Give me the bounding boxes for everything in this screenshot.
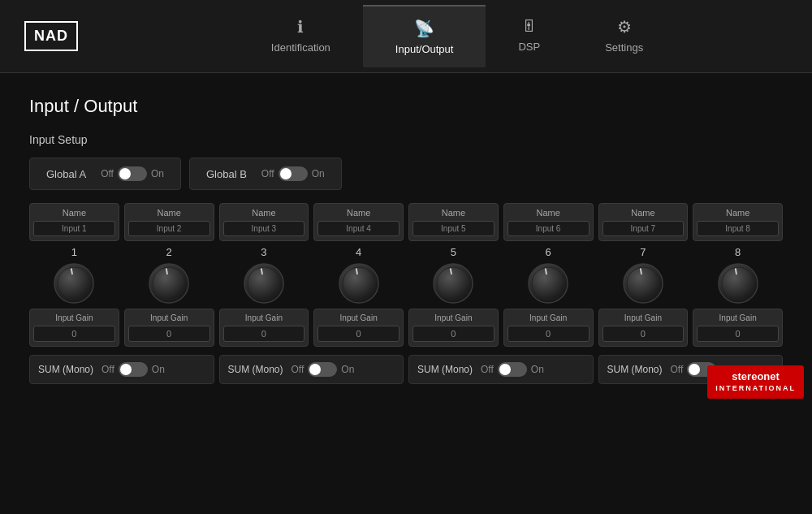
global-b-toggle[interactable]: [279, 166, 308, 181]
svg-point-12: [434, 264, 473, 303]
channel-col-5: Name 5 Input Gain 0: [408, 203, 499, 347]
channels-grid: Name 1 Input Gain 0 Na: [29, 203, 783, 347]
global-toggles: Global A Off On Global B Off On: [29, 158, 783, 190]
name-input-3[interactable]: [223, 221, 305, 236]
name-label-4: Name: [317, 208, 400, 218]
name-input-4[interactable]: [317, 221, 400, 236]
name-label-1: Name: [33, 208, 115, 218]
sum-mono-knob-1: [120, 364, 132, 375]
sum-mono-box-1: SUM (Mono) Off On: [29, 355, 214, 384]
name-block-5: Name: [408, 203, 499, 241]
gain-value-6: 0: [508, 326, 590, 342]
logo-text: NAD: [34, 28, 68, 44]
svg-point-15: [529, 264, 568, 303]
knob-container-2[interactable]: [147, 261, 191, 305]
svg-line-23: [735, 269, 736, 274]
sum-on-1: On: [152, 364, 165, 375]
tab-dsp[interactable]: 🎚 DSP: [486, 5, 572, 67]
sum-off-2: Off: [292, 364, 304, 375]
sum-mono-toggle-1[interactable]: [119, 362, 148, 377]
identification-icon: ℹ: [297, 17, 304, 37]
sum-mono-toggle-group-2: Off On: [292, 362, 355, 377]
svg-line-8: [261, 269, 262, 274]
name-input-2[interactable]: [128, 221, 210, 236]
channel-number-4: 4: [356, 246, 361, 258]
channel-col-7: Name 7 Input Gain 0: [598, 203, 689, 347]
nav-tabs: ℹ Identification 📡 Input/Output 🎚 DSP ⚙ …: [127, 5, 788, 67]
knob-container-6[interactable]: [526, 261, 570, 305]
sum-mono-toggle-2[interactable]: [308, 362, 337, 377]
name-input-5[interactable]: [412, 221, 495, 236]
gain-value-2: 0: [128, 326, 210, 342]
svg-line-20: [641, 269, 641, 274]
knob-container-5[interactable]: [431, 261, 475, 305]
gain-value-5: 0: [412, 326, 495, 342]
knob-container-7[interactable]: [621, 261, 665, 305]
svg-point-18: [624, 264, 663, 303]
sum-off-3: Off: [481, 364, 494, 375]
tab-settings-label: Settings: [605, 41, 643, 54]
name-input-7[interactable]: [603, 221, 685, 236]
name-label-8: Name: [697, 208, 779, 218]
global-a-toggle-group: Off On: [101, 166, 164, 181]
tab-input-output-label: Input/Output: [395, 43, 454, 55]
global-b-label: Global B: [206, 168, 247, 180]
gain-block-3: Input Gain 0: [219, 309, 309, 347]
gain-label-7: Input Gain: [603, 313, 685, 322]
channel-col-2: Name 2 Input Gain 0: [124, 203, 214, 347]
global-a-toggle[interactable]: [118, 166, 147, 181]
content-area: Input / Output Input Setup Global A Off …: [0, 73, 812, 407]
global-b-off-label: Off: [261, 168, 274, 179]
gain-block-6: Input Gain 0: [503, 309, 594, 347]
dsp-icon: 🎚: [521, 17, 538, 36]
global-a-knob: [119, 168, 131, 179]
global-a-box: Global A Off On: [29, 158, 181, 190]
sum-mono-toggle-3[interactable]: [498, 362, 527, 377]
channel-number-1: 1: [71, 246, 77, 258]
gain-value-8: 0: [697, 326, 779, 342]
tab-input-output[interactable]: 📡 Input/Output: [363, 5, 486, 67]
knob-container-3[interactable]: [242, 261, 286, 305]
settings-icon: ⚙: [617, 17, 632, 37]
svg-line-5: [166, 269, 167, 274]
tab-settings[interactable]: ⚙ Settings: [572, 5, 676, 67]
global-a-off-label: Off: [101, 168, 114, 179]
gain-label-3: Input Gain: [223, 313, 305, 322]
section-title: Input Setup: [29, 133, 783, 146]
sum-mono-label-3: SUM (Mono): [417, 364, 473, 375]
knob-container-1[interactable]: [52, 261, 96, 305]
svg-line-17: [546, 269, 546, 274]
sum-off-1: Off: [102, 364, 114, 375]
global-b-knob: [280, 168, 292, 179]
gain-label-2: Input Gain: [128, 313, 210, 322]
svg-point-0: [54, 264, 93, 303]
name-label-3: Name: [223, 208, 305, 218]
tab-identification-label: Identification: [271, 41, 330, 54]
stereonet-sub: INTERNATIONAL: [715, 384, 796, 394]
gain-label-8: Input Gain: [697, 313, 779, 322]
knob-svg-8: [716, 261, 760, 305]
channel-number-5: 5: [451, 246, 456, 258]
channel-col-3: Name 3 Input Gain 0: [219, 203, 309, 347]
sum-on-2: On: [341, 364, 354, 375]
channel-col-8: Name 8 Input Gain 0: [693, 203, 783, 347]
sum-mono-knob-4: [689, 364, 700, 375]
svg-point-3: [149, 264, 188, 303]
tab-dsp-label: DSP: [518, 41, 540, 53]
svg-line-11: [356, 269, 356, 274]
tab-identification[interactable]: ℹ Identification: [239, 5, 363, 67]
channel-number-6: 6: [546, 246, 551, 258]
name-input-1[interactable]: [33, 221, 115, 236]
name-block-8: Name: [693, 203, 783, 241]
name-input-6[interactable]: [508, 221, 590, 236]
name-input-8[interactable]: [697, 221, 779, 236]
knob-container-4[interactable]: [337, 261, 381, 305]
knob-container-8[interactable]: [716, 261, 760, 305]
sum-off-4: Off: [671, 364, 684, 375]
gain-block-7: Input Gain 0: [598, 309, 689, 347]
gain-block-4: Input Gain 0: [313, 309, 404, 347]
sum-on-3: On: [531, 364, 544, 375]
svg-line-2: [71, 269, 72, 274]
name-label-7: Name: [603, 208, 685, 218]
sum-mono-label-4: SUM (Mono): [607, 364, 663, 375]
